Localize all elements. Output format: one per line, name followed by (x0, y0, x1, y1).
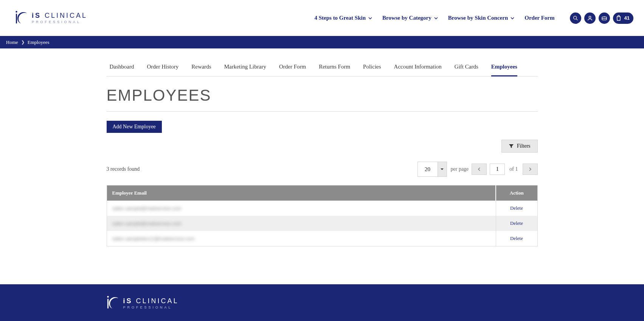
chevron-down-icon (510, 16, 515, 20)
brand-subline: PROFESSIONAL (32, 20, 87, 24)
shopping-bag-icon (615, 15, 622, 22)
page-of: of 1 (509, 166, 518, 172)
employee-email: sales-sampledev12@mailservice.com (112, 236, 195, 242)
table-row: sales-sampledev12@mailservice.com Delete (107, 231, 537, 246)
footer: iS CLINICAL PROFESSIONAL (0, 284, 644, 321)
top-nav: 4 Steps to Great Skin Browse by Category… (314, 12, 633, 24)
chevron-down-icon (368, 16, 372, 20)
records-found: 3 records found (107, 166, 140, 172)
per-page-value: 20 (418, 162, 438, 176)
cart-count: 41 (624, 15, 630, 21)
header: iS CLINICAL PROFESSIONAL 4 Steps to Grea… (0, 0, 644, 36)
nav-browse-skin-concern[interactable]: Browse by Skin Concern (448, 15, 515, 21)
tab-rewards[interactable]: Rewards (191, 60, 211, 76)
per-page-select[interactable]: 20 (417, 162, 447, 177)
user-icon (587, 15, 593, 21)
filters-button[interactable]: Filters (501, 140, 538, 153)
breadcrumb-home[interactable]: Home (6, 39, 18, 45)
breadcrumb-employees[interactable]: Employees (28, 39, 50, 45)
breadcrumb: Home ❯ Employees (0, 36, 644, 48)
delete-button[interactable]: Delete (496, 216, 537, 231)
svg-line-3 (576, 19, 577, 20)
per-page-label: per page (451, 166, 469, 172)
cart-button[interactable]: 41 (613, 12, 633, 24)
brand-logo[interactable]: iS CLINICAL PROFESSIONAL (15, 11, 87, 26)
pagination: 20 per page of 1 (417, 162, 538, 177)
nav-4-steps[interactable]: 4 Steps to Great Skin (314, 15, 372, 21)
tab-order-form[interactable]: Order Form (279, 60, 306, 76)
table-row: sales-sample@mailservice.com Delete (107, 201, 537, 216)
svg-point-4 (589, 16, 591, 18)
gift-card-icon (601, 15, 607, 21)
page-input[interactable] (490, 164, 505, 175)
nav-order-form[interactable]: Order Form (525, 15, 554, 21)
employees-table: Employee Email Action sales-sample@mails… (107, 185, 538, 246)
logo-mark-icon (15, 11, 28, 26)
prev-page-button[interactable] (472, 164, 487, 175)
account-tabs: Dashboard Order History Rewards Marketin… (107, 60, 538, 76)
svg-point-1 (16, 11, 17, 12)
svg-rect-7 (107, 299, 109, 309)
tab-account-information[interactable]: Account Information (394, 60, 442, 76)
table-row: sales-sample@mailservice.com Delete (107, 216, 537, 231)
tab-employees[interactable]: Employees (491, 60, 517, 76)
add-new-employee-button[interactable]: Add New Employee (107, 121, 162, 133)
logo-mark-icon (107, 296, 119, 311)
tab-policies[interactable]: Policies (363, 60, 381, 76)
account-button[interactable] (584, 12, 596, 24)
search-button[interactable] (570, 12, 581, 24)
filter-icon (509, 143, 514, 149)
brand-name: iS CLINICAL (32, 12, 87, 19)
svg-point-8 (107, 296, 109, 298)
col-employee-email: Employee Email (107, 185, 496, 201)
tab-marketing-library[interactable]: Marketing Library (224, 60, 266, 76)
tab-returns-form[interactable]: Returns Form (319, 60, 350, 76)
delete-button[interactable]: Delete (496, 231, 537, 246)
svg-rect-0 (16, 14, 17, 23)
chevron-down-icon (434, 16, 438, 20)
tab-dashboard[interactable]: Dashboard (110, 60, 134, 76)
footer-logo[interactable]: iS CLINICAL PROFESSIONAL (107, 296, 538, 311)
col-action: Action (496, 185, 537, 201)
search-icon (573, 15, 579, 21)
brand-subline: PROFESSIONAL (123, 306, 179, 309)
brand-name: iS CLINICAL (123, 298, 179, 304)
gift-card-button[interactable] (599, 12, 610, 24)
svg-point-2 (573, 16, 576, 19)
caret-down-icon[interactable] (438, 162, 447, 176)
employee-email: sales-sample@mailservice.com (112, 206, 182, 211)
page-title: EMPLOYEES (107, 86, 538, 104)
delete-button[interactable]: Delete (496, 201, 537, 216)
chevron-right-icon (528, 167, 532, 171)
next-page-button[interactable] (523, 164, 538, 175)
main-content: Dashboard Order History Rewards Marketin… (107, 48, 538, 269)
chevron-right-icon: ❯ (21, 40, 25, 45)
nav-browse-category[interactable]: Browse by Category (382, 15, 438, 21)
chevron-left-icon (477, 167, 481, 171)
employee-email: sales-sample@mailservice.com (112, 221, 182, 226)
divider (107, 111, 538, 112)
tab-order-history[interactable]: Order History (147, 60, 178, 76)
tab-gift-cards[interactable]: Gift Cards (455, 60, 478, 76)
